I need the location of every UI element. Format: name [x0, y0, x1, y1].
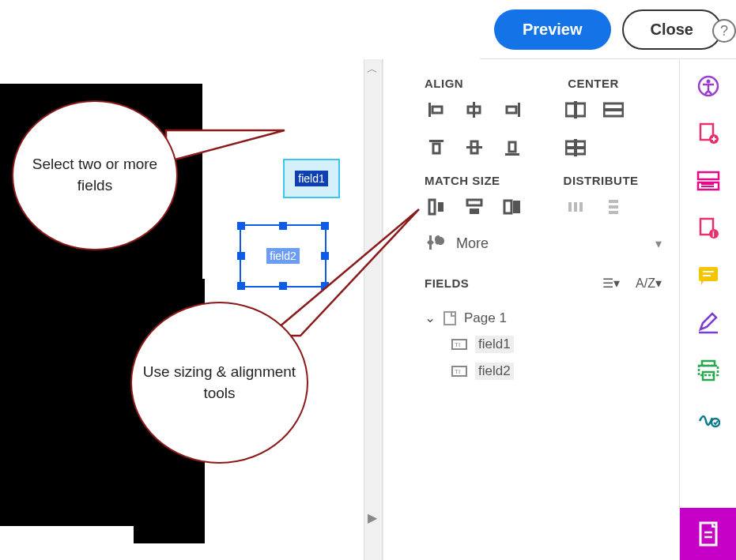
distribute-h-icon	[564, 195, 587, 219]
svg-rect-16	[505, 153, 519, 156]
help-button[interactable]: ?	[712, 19, 736, 43]
page-label: Page 1	[464, 310, 507, 326]
center-v-icon[interactable]	[602, 98, 625, 122]
print-icon[interactable]	[696, 358, 721, 383]
page-icon	[443, 311, 456, 325]
organize-icon[interactable]	[696, 168, 721, 194]
scroll-up-icon[interactable]: ︿	[367, 62, 378, 77]
align-bottom-icon[interactable]	[500, 136, 524, 160]
svg-rect-31	[609, 205, 618, 209]
field-name: field1	[475, 336, 514, 353]
svg-rect-53	[699, 366, 718, 375]
svg-rect-22	[438, 202, 443, 212]
tree-field-row[interactable]: TI field1	[425, 331, 662, 358]
more-options[interactable]: More ▾	[425, 233, 662, 254]
svg-rect-26	[513, 201, 520, 213]
svg-marker-1	[269, 209, 419, 336]
tree-field-row[interactable]: TI field2	[425, 358, 662, 385]
resize-handle[interactable]	[237, 252, 245, 260]
svg-marker-0	[166, 130, 285, 162]
comment-icon[interactable]	[696, 263, 721, 288]
svg-rect-25	[504, 201, 511, 213]
align-section-title: ALIGN	[425, 77, 463, 90]
align-middle-v-icon[interactable]	[462, 136, 486, 160]
align-top-icon[interactable]	[425, 136, 448, 160]
sort-order-icon[interactable]: ☰▾	[602, 276, 620, 291]
close-button[interactable]: Close	[622, 9, 722, 50]
prepare-form-icon[interactable]	[680, 508, 737, 560]
svg-rect-4	[473, 102, 475, 118]
svg-text:TI: TI	[455, 341, 460, 348]
tool-rail: i	[679, 59, 736, 560]
svg-rect-11	[604, 108, 623, 111]
field-name: field2	[475, 363, 514, 380]
resize-handle[interactable]	[237, 282, 245, 290]
svg-point-39	[706, 80, 710, 84]
svg-rect-13	[433, 144, 440, 153]
svg-rect-17	[509, 142, 515, 152]
svg-rect-3	[432, 107, 442, 113]
scroll-expand-icon[interactable]: ▶	[368, 510, 377, 525]
text-field-icon: TI	[451, 366, 467, 377]
svg-rect-27	[568, 202, 572, 212]
svg-rect-6	[518, 103, 520, 117]
svg-rect-42	[698, 172, 719, 179]
tree-page-row[interactable]: ⌄ Page 1	[425, 305, 662, 331]
svg-rect-20	[566, 146, 585, 149]
svg-rect-29	[579, 202, 583, 212]
pdf-info-icon[interactable]: i	[696, 216, 721, 241]
match-height-icon[interactable]	[462, 195, 486, 219]
align-right-icon[interactable]	[500, 98, 524, 122]
text-field-icon: TI	[451, 339, 467, 350]
svg-text:i: i	[712, 230, 715, 239]
align-left-icon[interactable]	[425, 98, 448, 122]
sign-icon[interactable]	[696, 405, 721, 430]
svg-rect-33	[444, 312, 455, 325]
callout-sizing-tools: Use sizing & alignment tools	[130, 302, 308, 464]
field-label: field1	[295, 171, 327, 186]
svg-rect-49	[699, 267, 718, 281]
match-both-icon[interactable]	[500, 195, 524, 219]
help-icon: ?	[720, 23, 728, 39]
preview-button[interactable]: Preview	[494, 9, 611, 50]
svg-rect-7	[507, 107, 516, 113]
sort-alpha-icon[interactable]: A/Z▾	[636, 276, 662, 291]
center-section-title: CENTER	[568, 77, 619, 90]
center-both-icon[interactable]	[564, 136, 587, 160]
resize-handle[interactable]	[237, 222, 245, 230]
more-label: More	[456, 235, 489, 252]
top-toolbar: ? Preview Close	[480, 0, 736, 59]
svg-rect-14	[466, 146, 482, 148]
svg-point-55	[711, 419, 719, 427]
svg-rect-32	[609, 211, 618, 214]
center-h-icon[interactable]	[564, 98, 587, 122]
callout-select-fields: Select two or more fields	[12, 100, 178, 250]
svg-rect-30	[609, 200, 618, 203]
svg-rect-9	[574, 101, 577, 118]
svg-rect-2	[428, 103, 431, 117]
accessibility-icon[interactable]	[696, 73, 721, 99]
callout-tail	[261, 205, 435, 340]
distribute-v-icon	[602, 195, 625, 219]
svg-rect-12	[429, 140, 443, 142]
align-center-h-icon[interactable]	[462, 98, 486, 122]
svg-text:TI: TI	[455, 368, 460, 375]
svg-rect-28	[574, 202, 577, 212]
svg-rect-23	[467, 200, 481, 205]
svg-rect-24	[470, 209, 479, 214]
match-size-section-title: MATCH SIZE	[425, 174, 500, 187]
edit-icon[interactable]	[696, 310, 721, 336]
distribute-section-title: DISTRIBUTE	[564, 174, 639, 187]
chevron-down-icon: ▾	[655, 236, 662, 251]
add-pdf-icon[interactable]	[696, 121, 721, 146]
